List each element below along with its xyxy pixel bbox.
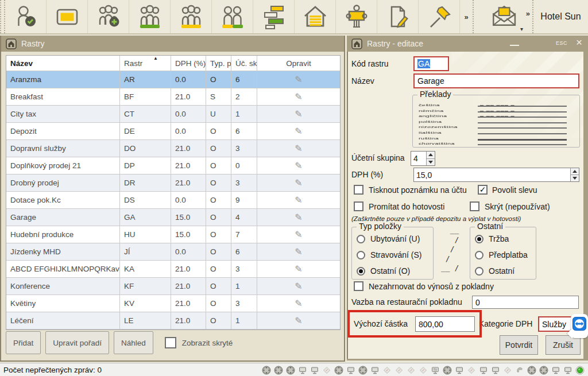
tray-dial-icon[interactable] — [539, 366, 548, 375]
spin-down-icon[interactable] — [571, 175, 579, 181]
radio-ostatni[interactable]: Tržba — [475, 231, 535, 247]
dph-input[interactable]: 15,0 — [413, 168, 579, 182]
table-row[interactable]: BreakfastBF21.0S2✎ — [6, 88, 340, 106]
tray-tag-icon[interactable] — [382, 366, 392, 375]
radio-circle-icon[interactable] — [357, 267, 365, 276]
table-row[interactable]: City taxCT0.0U1✎ — [6, 106, 340, 123]
tray-monitor-icon[interactable] — [298, 366, 307, 375]
table-row[interactable]: Jízdenky MHDJÍ0.0O6✎ — [6, 243, 340, 261]
column-header-Opravit[interactable]: Opravit — [257, 56, 340, 71]
edit-pencil-icon[interactable]: ✎ — [295, 108, 302, 119]
edit-pencil-icon[interactable]: ✎ — [295, 281, 302, 292]
column-header-Rastr[interactable]: Rastr▲ — [120, 56, 171, 71]
vychozi-castka-input[interactable]: 800,00 — [415, 316, 475, 332]
toolbar-button-guest-board[interactable] — [336, 0, 377, 33]
table-row[interactable]: KonferenceKF21.0O1✎ — [6, 278, 340, 295]
edit-pencil-icon[interactable]: ✎ — [295, 74, 302, 85]
tray-dial-icon[interactable] — [274, 366, 283, 375]
table-row[interactable]: KvětinyKV21.0O3✎ — [6, 295, 340, 312]
table-row[interactable]: ABCD EFGHIJKLMNOPQRKava-...KA21.0O3✎ — [6, 261, 340, 278]
toolbar-button-group-split[interactable] — [212, 0, 253, 33]
radio-circle-icon[interactable] — [475, 251, 483, 259]
translation-input[interactable]: ━ ━━ ━━━ ━ — [478, 117, 567, 118]
tray-tag-icon[interactable] — [394, 366, 404, 375]
translation-input[interactable] — [478, 144, 567, 145]
tray-tag-icon[interactable] — [407, 366, 416, 375]
tray-tag-icon[interactable] — [322, 366, 331, 375]
toolbar-button-user-check[interactable] — [5, 0, 47, 33]
tray-tag-icon[interactable] — [503, 366, 512, 375]
tray-monitor-icon[interactable] — [370, 366, 380, 375]
tray-tag-icon[interactable] — [467, 366, 476, 375]
toolbar-button-timeline[interactable] — [253, 0, 295, 33]
spin-up-icon[interactable] — [427, 152, 435, 158]
radio-ostatni[interactable]: Ostatní — [475, 263, 535, 279]
povolit-slevu-checkbox[interactable] — [478, 185, 488, 195]
preview-button[interactable]: Náhled — [114, 331, 153, 354]
tray-dial-icon[interactable] — [527, 366, 536, 375]
tray-monitor-icon[interactable] — [310, 366, 319, 375]
tray-monitor-icon[interactable] — [346, 366, 355, 375]
table-row[interactable]: Dotace pok.KcDS0.0O9✎ — [6, 192, 340, 209]
radio-circle-icon[interactable] — [475, 235, 483, 243]
edit-pencil-icon[interactable]: ✎ — [295, 229, 302, 240]
edit-pencil-icon[interactable]: ✎ — [295, 177, 302, 188]
edit-pencil-icon[interactable]: ✎ — [295, 126, 302, 137]
spin-up-icon[interactable] — [571, 168, 579, 175]
edit-pencil-icon[interactable]: ✎ — [295, 212, 302, 223]
tray-dial-icon[interactable] — [262, 366, 271, 375]
table-row[interactable]: Doplňkový prodej 21DP21.0O0✎ — [6, 157, 340, 175]
tray-monitor-icon[interactable] — [551, 366, 560, 375]
nezahrnovat-checkbox[interactable] — [354, 281, 363, 291]
table-row[interactable]: Dopravní službyDO21.0O3✎ — [6, 140, 340, 157]
translation-input[interactable] — [478, 133, 567, 134]
toolbar-button-keycard[interactable] — [47, 0, 88, 33]
confirm-button[interactable]: Potvrdit — [500, 335, 538, 355]
edit-pencil-icon[interactable]: ✎ — [295, 91, 302, 102]
promitat-checkbox[interactable] — [354, 201, 363, 211]
column-header-Název[interactable]: Název — [6, 56, 120, 71]
table-row[interactable]: DepozitDE0.0O6✎ — [6, 123, 340, 140]
skryt-checkbox[interactable] — [470, 201, 479, 211]
translation-input[interactable] — [478, 139, 567, 141]
mail-dropdown-caret[interactable]: ▾ — [520, 26, 523, 32]
edit-pencil-icon[interactable]: ✎ — [295, 298, 302, 309]
edit-pencil-icon[interactable]: ✎ — [295, 143, 302, 154]
table-row[interactable]: AranzmaAR0.0O6✎ — [6, 71, 340, 88]
teamviewer-bubble[interactable] — [571, 314, 588, 338]
esc-label[interactable]: ESC — [556, 40, 567, 46]
tray-dial-icon[interactable] — [443, 366, 452, 375]
envelope-icon[interactable] — [488, 2, 518, 31]
reorder-button[interactable]: Upravit pořadí — [45, 331, 109, 354]
toolbar-button-group-yellow[interactable] — [171, 0, 212, 33]
add-button[interactable]: Přidat — [6, 331, 41, 354]
rastry-window-titlebar[interactable]: Rastry — [1, 36, 344, 52]
ucetni-skupina-spinner[interactable]: 4 — [411, 151, 435, 166]
radio-ostatni[interactable]: Předplatba — [475, 247, 535, 263]
show-hidden-checkbox[interactable] — [165, 337, 176, 348]
translation-input[interactable]: ━ ━━ ━━━ ━ — [478, 106, 567, 107]
table-row[interactable]: Drobný prodejDR21.0O3✎ — [6, 175, 340, 192]
table-row[interactable]: LéčeníLE21.0O1✎ — [6, 312, 340, 330]
radio-typ-polozky[interactable]: Ostatní (O) — [357, 263, 432, 279]
mail-overflow-chevron[interactable]: » — [526, 9, 530, 18]
vazba-input[interactable]: 0 — [472, 296, 579, 309]
tray-monitor-icon[interactable] — [563, 366, 572, 375]
minimize-button[interactable] — [510, 38, 519, 46]
dialog-titlebar[interactable]: Rastry - editace ESC × — [347, 36, 588, 52]
translation-input[interactable] — [478, 127, 567, 129]
edit-pencil-icon[interactable]: ✎ — [295, 263, 302, 274]
mail-toolbar-cell[interactable]: » ▾ — [473, 0, 533, 33]
close-button[interactable]: × — [576, 36, 582, 49]
edit-pencil-icon[interactable]: ✎ — [295, 246, 302, 257]
cancel-button[interactable]: Zrušit — [546, 335, 581, 355]
tray-phone-icon[interactable] — [515, 366, 524, 375]
tray-tv-icon[interactable]: TV — [431, 366, 440, 375]
nazev-input[interactable]: Garage — [413, 73, 579, 88]
tray-tag-icon[interactable] — [419, 366, 428, 375]
toolbar-button-group-add[interactable] — [88, 0, 129, 33]
spin-down-icon[interactable] — [427, 158, 435, 166]
table-row[interactable]: GarageGA15.0O4✎ — [6, 209, 340, 226]
toolbar-button-pin[interactable] — [419, 0, 460, 33]
kod-rastru-input[interactable]: GA — [413, 56, 449, 71]
